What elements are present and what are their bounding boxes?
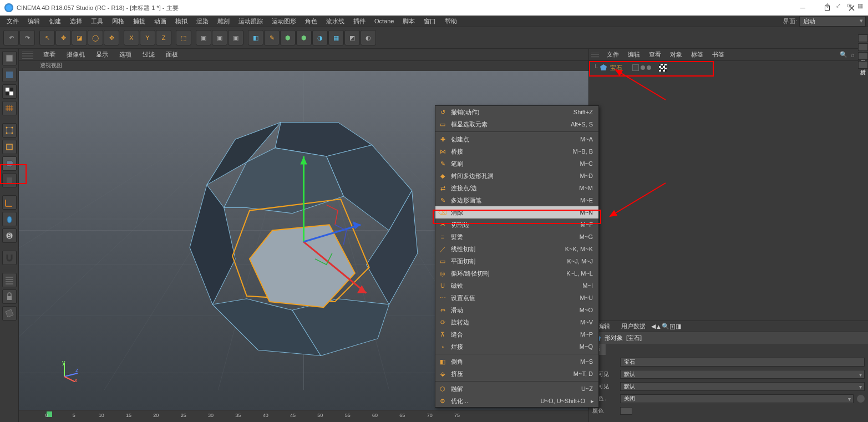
redo-icon[interactable]: ↷ bbox=[19, 30, 35, 45]
workplane-icon[interactable] bbox=[2, 101, 17, 115]
menu-item[interactable]: 运动跟踪 bbox=[234, 16, 267, 27]
context-menu-item[interactable]: ✎多边形画笔M~E bbox=[435, 194, 598, 206]
menu-item[interactable]: 动画 bbox=[150, 16, 171, 27]
display-color-select[interactable]: 关闭 bbox=[620, 394, 854, 403]
menu-item[interactable]: 脚本 bbox=[398, 16, 419, 27]
vp-maximize-icon[interactable]: ▦ bbox=[856, 1, 865, 10]
context-menu-item[interactable]: ▭框显选取元素Alt+S, S bbox=[435, 118, 598, 130]
context-menu-item[interactable]: ↺撤销(动作)Shift+Z bbox=[435, 106, 598, 118]
vp-zoom-icon[interactable]: ⤢ bbox=[834, 1, 842, 10]
grip-icon[interactable] bbox=[22, 51, 33, 59]
context-menu-item[interactable]: ▭平面切割K~J, M~J bbox=[435, 255, 598, 267]
home-icon[interactable]: ⌂ bbox=[848, 50, 857, 59]
magnet-icon[interactable] bbox=[2, 251, 17, 265]
om-menu-item[interactable]: 标签 bbox=[687, 49, 708, 60]
mouse-icon[interactable] bbox=[2, 212, 17, 226]
vp-orbit-icon[interactable]: ⟳ bbox=[845, 1, 854, 10]
coord-icon[interactable]: ⬚ bbox=[176, 30, 191, 45]
floor-icon[interactable]: ▦ bbox=[328, 30, 344, 45]
grip-icon[interactable] bbox=[591, 52, 599, 58]
om-menu-item[interactable]: 对象 bbox=[666, 49, 687, 60]
light-icon[interactable]: ◐ bbox=[361, 30, 376, 45]
context-menu-item[interactable]: ⋯设置点值M~U bbox=[435, 292, 598, 304]
menu-item[interactable]: 雕刻 bbox=[213, 16, 234, 27]
cube-primitive-icon[interactable]: ◧ bbox=[248, 30, 263, 45]
color-swatch[interactable] bbox=[620, 407, 632, 415]
dock-tab[interactable]: 构造 bbox=[858, 34, 868, 42]
menu-item[interactable]: 编辑 bbox=[23, 16, 44, 27]
context-menu-item[interactable]: ⇔滑动M~O bbox=[435, 304, 598, 316]
back-icon[interactable]: ◀ bbox=[651, 323, 656, 330]
attr-menu-item[interactable]: 用户数据 bbox=[616, 321, 651, 332]
menu-item[interactable]: 网格 bbox=[108, 16, 129, 27]
vp-menu-item[interactable]: 选项 bbox=[115, 49, 136, 60]
render-icon[interactable]: ▣ bbox=[196, 30, 211, 45]
polygon-mode-icon[interactable] bbox=[2, 156, 17, 171]
context-menu-item[interactable]: ／线性切割K~K, M~K bbox=[435, 243, 598, 255]
vp-menu-item[interactable]: 查看 bbox=[39, 49, 60, 60]
deformer-icon[interactable]: ⬢ bbox=[296, 30, 312, 45]
menu-item[interactable]: 创建 bbox=[44, 16, 65, 27]
menu-item[interactable]: 窗口 bbox=[419, 16, 440, 27]
menu-item[interactable]: 捕捉 bbox=[129, 16, 150, 27]
menu-item[interactable]: Octane bbox=[370, 17, 398, 26]
dock-tab[interactable]: 内容浏览器 bbox=[858, 52, 868, 60]
menu-item[interactable]: 角色 bbox=[301, 16, 322, 27]
context-menu-item[interactable]: ✚创建点M~A bbox=[435, 133, 598, 145]
undo-icon[interactable]: ↶ bbox=[3, 30, 19, 45]
editor-visibility-select[interactable]: 默认 bbox=[620, 370, 865, 379]
make-editable-icon[interactable] bbox=[2, 51, 17, 65]
camera-icon[interactable]: ◩ bbox=[344, 30, 360, 45]
menu-item[interactable]: 文件 bbox=[2, 16, 23, 27]
menu-item[interactable]: 运动图形 bbox=[267, 16, 301, 27]
up-icon[interactable]: ▲ bbox=[656, 323, 662, 330]
om-menu-item[interactable]: 文件 bbox=[602, 49, 623, 60]
workplane-grid-icon[interactable] bbox=[2, 273, 17, 287]
render-visibility-select[interactable]: 默认 bbox=[620, 382, 865, 391]
lasso-icon[interactable]: ✥ bbox=[104, 30, 119, 45]
menu-item[interactable]: 渲染 bbox=[192, 16, 213, 27]
texture-mode-icon[interactable] bbox=[2, 84, 17, 99]
lock-icon[interactable]: ⚿ bbox=[669, 323, 676, 330]
vp-menu-item[interactable]: 显示 bbox=[92, 49, 113, 60]
generator-icon[interactable]: ⬢ bbox=[280, 30, 296, 45]
context-menu-item[interactable]: ⇄连接点/边M~M bbox=[435, 182, 598, 194]
spline-icon[interactable]: ✎ bbox=[264, 30, 280, 45]
context-menu-item[interactable]: ≡熨烫M~G bbox=[435, 231, 598, 243]
context-menu-item[interactable]: ✂切割边M~F bbox=[435, 218, 598, 231]
context-menu-item[interactable]: ⟳旋转边M~V bbox=[435, 316, 598, 328]
timeline-ruler[interactable]: 051015202530354045505560657075 bbox=[19, 410, 588, 422]
edge-mode-icon[interactable] bbox=[2, 140, 17, 154]
vp-menu-item[interactable]: 过滤 bbox=[138, 49, 159, 60]
select-icon[interactable]: ↖ bbox=[39, 30, 55, 45]
context-menu-item[interactable]: ⬡融解U~Z bbox=[435, 383, 598, 395]
y-axis-icon[interactable]: Y bbox=[140, 30, 155, 45]
object-mode-icon[interactable] bbox=[2, 173, 17, 187]
context-menu-item[interactable]: U磁铁M~I bbox=[435, 279, 598, 292]
layout-dropdown[interactable]: 启动 bbox=[799, 16, 866, 27]
context-menu-item[interactable]: ⬙挤压M~T, D bbox=[435, 368, 598, 380]
om-menu-item[interactable]: 编辑 bbox=[623, 49, 644, 60]
snap-icon[interactable]: S bbox=[2, 228, 17, 243]
name-input[interactable]: 宝石 bbox=[620, 358, 865, 367]
context-menu-item[interactable]: ◆封闭多边形孔洞M~D bbox=[435, 170, 598, 182]
render-settings-icon[interactable]: ▣ bbox=[228, 30, 243, 45]
z-axis-icon[interactable]: Z bbox=[156, 30, 171, 45]
context-menu-item[interactable]: ⋆焊接M~Q bbox=[435, 340, 598, 353]
axis-icon[interactable] bbox=[2, 195, 17, 210]
context-menu-item[interactable]: ✎笔刷M~C bbox=[435, 157, 598, 170]
plane-icon[interactable] bbox=[2, 306, 17, 321]
context-menu-item[interactable]: ◎循环/路径切割K~L, M~L bbox=[435, 267, 598, 279]
vp-menu-item[interactable]: 面板 bbox=[161, 49, 182, 60]
menu-item[interactable]: 工具 bbox=[87, 16, 108, 27]
context-menu-item[interactable]: ◧倒角M~S bbox=[435, 355, 598, 368]
search-icon[interactable]: 🔍 bbox=[662, 323, 669, 330]
point-mode-icon[interactable] bbox=[2, 123, 17, 138]
search-icon[interactable]: 🔍 bbox=[839, 50, 848, 59]
reset-icon[interactable] bbox=[857, 395, 865, 403]
menu-item[interactable]: 帮助 bbox=[440, 16, 461, 27]
vp-pan-icon[interactable]: ✥ bbox=[823, 1, 831, 10]
menu-item[interactable]: 插件 bbox=[349, 16, 370, 27]
scale-icon[interactable]: ◪ bbox=[72, 30, 87, 45]
environment-icon[interactable]: ◑ bbox=[312, 30, 328, 45]
